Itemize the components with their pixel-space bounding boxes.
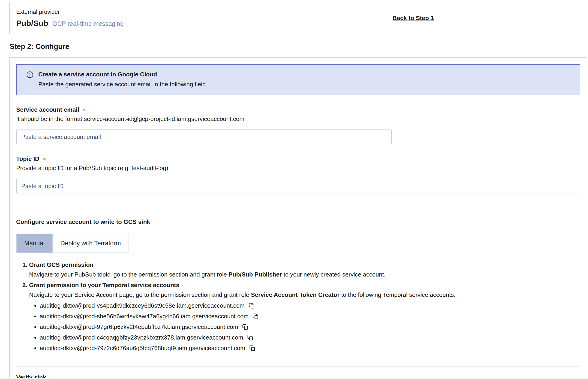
copy-icon <box>247 334 253 341</box>
instruction-step-body: Navigate to your PubSub topic, go to the… <box>29 270 580 279</box>
copy-button[interactable] <box>247 334 254 341</box>
topic-id-input[interactable] <box>16 179 580 193</box>
service-account-email: auditlog-dktxv@prod-79z2c6d76au6g5fcq768… <box>40 344 245 353</box>
info-banner-title: Create a service account in Google Cloud <box>38 71 207 78</box>
instruction-step-body: Navigate to your Service Account page, g… <box>29 290 580 299</box>
required-dot <box>83 109 85 111</box>
back-to-step-1-link[interactable]: Back to Step 1 <box>393 15 434 22</box>
configure-card: Create a service account in Google Cloud… <box>9 57 587 379</box>
page: External provider Pub/Sub GCP real-time … <box>0 0 588 379</box>
instruction-step: Grant permission to your Temporal servic… <box>29 281 580 299</box>
copy-button[interactable] <box>242 323 249 331</box>
tab-deploy-with-terraform[interactable]: Deploy with Terraform <box>52 234 128 253</box>
list-item: auditlog-dktxv@prod-sbe56h6wr4sykaw47a6y… <box>40 312 580 321</box>
service-account-email-input[interactable] <box>16 129 392 144</box>
instruction-step-title: Grant GCS permission <box>29 260 580 269</box>
list-item: auditlog-dktxv@prod-79z2c6d76au6g5fcq768… <box>40 344 580 353</box>
instruction-step-title: Grant permission to your Temporal servic… <box>29 281 580 289</box>
copy-icon <box>242 324 248 330</box>
info-banner-text: Create a service account in Google Cloud… <box>38 71 207 88</box>
info-icon <box>26 71 33 78</box>
temporal-service-account-list: auditlog-dktxv@prod-vs4padk9dkczcey6d6st… <box>16 301 580 353</box>
list-item: auditlog-dktxv@prod-vs4padk9dkczcey6d6st… <box>40 301 580 310</box>
provider-title: Pub/Sub <box>16 19 48 28</box>
topic-id-label-row: Topic ID <box>16 155 580 162</box>
service-account-email: auditlog-dktxv@prod-vs4padk9dkczcey6d6st… <box>40 301 245 310</box>
copy-icon <box>252 313 259 319</box>
service-account-email-label-row: Service account email <box>16 106 580 113</box>
configure-sink-heading: Configure service account to write to GC… <box>16 218 580 225</box>
service-account-email: auditlog-dktxv@prod-sbe56h6wr4sykaw47a6y… <box>40 312 248 321</box>
provider-eyebrow: External provider <box>16 9 124 15</box>
copy-button[interactable] <box>252 313 259 320</box>
tab-manual[interactable]: Manual <box>17 234 52 253</box>
service-account-email: auditlog-dktxv@prod-97gr6tp6zkv2t4epubff… <box>40 322 238 332</box>
copy-button[interactable] <box>248 302 255 309</box>
section-divider <box>16 366 580 366</box>
instruction-step: Grant GCS permission Navigate to your Pu… <box>29 260 580 279</box>
instruction-step-role: Service Account Token Creator <box>251 291 340 298</box>
provider-card: External provider Pub/Sub GCP real-time … <box>9 2 443 34</box>
copy-icon <box>249 345 255 351</box>
info-banner: Create a service account in Google Cloud… <box>16 64 580 95</box>
service-account-email: auditlog-dktxv@prod-c4cqaqgbfzy23vpzkbxz… <box>40 333 243 342</box>
info-banner-body: Paste the generated service account emai… <box>38 81 207 88</box>
copy-button[interactable] <box>249 345 256 352</box>
list-item: auditlog-dktxv@prod-97gr6tp6zkv2t4epubff… <box>40 322 580 332</box>
service-account-email-helper: It should be in the format service-accou… <box>16 115 580 123</box>
page-bottom-strip <box>0 378 588 379</box>
configure-method-tabs: Manual Deploy with Terraform <box>16 234 129 253</box>
instruction-step-role: Pub/Sub Publisher <box>229 271 282 278</box>
service-account-email-label: Service account email <box>16 106 79 113</box>
provider-title-row: Pub/Sub GCP real-time messaging <box>16 19 124 28</box>
copy-icon <box>248 303 255 309</box>
list-item: auditlog-dktxv@prod-c4cqaqgbfzy23vpzkbxz… <box>40 333 580 342</box>
topic-id-label: Topic ID <box>16 155 39 162</box>
page-title: Step 2: Configure <box>10 43 588 51</box>
instruction-steps: Grant GCS permission Navigate to your Pu… <box>16 260 580 299</box>
provider-info: External provider Pub/Sub GCP real-time … <box>16 9 124 28</box>
section-divider <box>16 207 580 207</box>
topic-id-helper: Provide a topic ID for a Pub/Sub topic (… <box>16 165 580 172</box>
provider-subtitle: GCP real-time messaging <box>52 20 124 28</box>
required-dot <box>43 158 46 160</box>
